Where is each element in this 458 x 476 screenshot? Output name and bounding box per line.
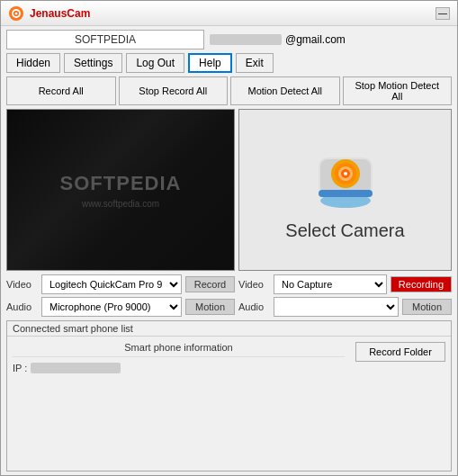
camera-right-view: Select Camera: [238, 109, 452, 271]
camera-left-view: SOFTPEDIA www.softpedia.com: [6, 109, 235, 271]
email-suffix: @gmail.com: [285, 33, 346, 46]
title-bar: JenausCam —: [1, 1, 457, 26]
right-audio-select[interactable]: [274, 297, 399, 317]
stop-record-all-button[interactable]: Stop Record All: [119, 76, 229, 105]
camera-overlay-url: www.softpedia.com: [82, 199, 159, 209]
controls-right: Video No Capture Recording Audio Motion: [238, 274, 452, 317]
phone-ip-label: IP :: [13, 363, 27, 373]
nav-buttons-row: Hidden Settings Log Out Help Exit: [6, 53, 452, 73]
camera-overlay-title: SOFTPEDIA: [60, 172, 182, 195]
select-camera-text: Select Camera: [285, 220, 404, 241]
camera-placeholder-icon: [310, 139, 382, 211]
svg-point-3: [15, 12, 18, 14]
phone-section-header: Connected smart phone list: [7, 321, 451, 337]
app-title: JenausCam: [30, 7, 90, 20]
action-buttons-row: Record All Stop Record All Motion Detect…: [6, 76, 452, 105]
right-video-label: Video: [238, 279, 270, 290]
hidden-button[interactable]: Hidden: [6, 53, 60, 73]
camera-left-bg: SOFTPEDIA www.softpedia.com: [7, 110, 234, 270]
controls-row: Video Logitech QuickCam Pro 9 Record Aud…: [6, 274, 452, 317]
left-video-control: Video Logitech QuickCam Pro 9 Record: [6, 274, 235, 294]
left-video-label: Video: [6, 279, 38, 290]
record-folder-button[interactable]: Record Folder: [355, 342, 445, 362]
left-video-select[interactable]: Logitech QuickCam Pro 9: [41, 274, 182, 294]
left-motion-button[interactable]: Motion: [185, 299, 235, 315]
app-icon: [8, 5, 24, 22]
email-area: @gmail.com: [210, 33, 346, 46]
motion-detect-all-button[interactable]: Motion Detect All: [230, 76, 340, 105]
record-button[interactable]: Record: [185, 276, 235, 292]
email-blur: [210, 34, 282, 45]
right-audio-control: Audio Motion: [238, 297, 452, 317]
recording-button[interactable]: Recording: [391, 276, 452, 292]
help-button[interactable]: Help: [188, 53, 232, 73]
phone-ip-row: IP :: [13, 361, 345, 375]
stop-motion-detect-all-button[interactable]: Stop Motion Detect All: [343, 76, 453, 105]
left-audio-label: Audio: [6, 301, 38, 312]
svg-point-11: [344, 172, 347, 175]
phone-content: Smart phone information IP : Record Fold…: [7, 337, 451, 471]
right-video-control: Video No Capture Recording: [238, 274, 452, 294]
softpedia-label: SOFTPEDIA: [6, 30, 204, 49]
phone-info-area: Smart phone information IP :: [7, 337, 350, 471]
top-bar: SOFTPEDIA @gmail.com: [6, 30, 452, 49]
phone-section: Connected smart phone list Smart phone i…: [6, 320, 452, 472]
logout-button[interactable]: Log Out: [126, 53, 184, 73]
right-motion-button[interactable]: Motion: [402, 299, 452, 315]
right-audio-label: Audio: [238, 301, 270, 312]
main-content: SOFTPEDIA @gmail.com Hidden Settings Log…: [1, 26, 457, 475]
left-audio-control: Audio Microphone (Pro 9000) Motion: [6, 297, 235, 317]
right-video-select[interactable]: No Capture: [274, 274, 387, 294]
cameras-row: SOFTPEDIA www.softpedia.com: [6, 109, 452, 271]
svg-rect-12: [319, 190, 373, 197]
main-window: JenausCam — SOFTPEDIA @gmail.com Hidden …: [0, 0, 458, 476]
phone-ip-blur: [31, 363, 121, 373]
left-audio-select[interactable]: Microphone (Pro 9000): [41, 297, 182, 317]
controls-left: Video Logitech QuickCam Pro 9 Record Aud…: [6, 274, 235, 317]
exit-button[interactable]: Exit: [236, 53, 274, 73]
record-all-button[interactable]: Record All: [6, 76, 116, 105]
settings-button[interactable]: Settings: [64, 53, 122, 73]
minimize-button[interactable]: —: [436, 7, 450, 20]
phone-info-header: Smart phone information: [13, 342, 345, 357]
